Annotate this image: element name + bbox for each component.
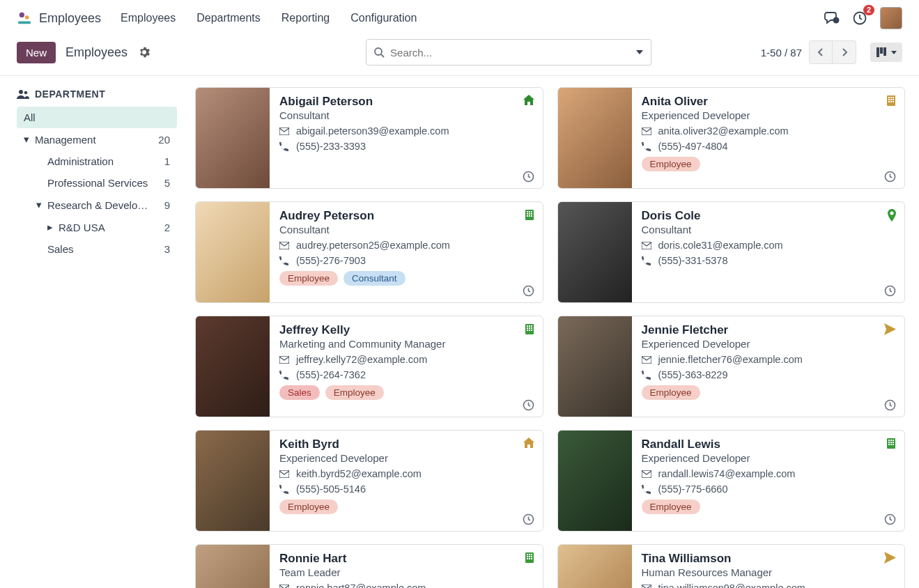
svg-rect-76 xyxy=(529,558,530,559)
clock-icon[interactable] xyxy=(884,399,896,411)
card-grid: Abigail PetersonConsultantabigail.peters… xyxy=(181,76,919,588)
clock-icon[interactable] xyxy=(523,513,534,525)
employee-name: Jennie Fletcher xyxy=(642,323,895,337)
sidebar-item-count: 3 xyxy=(164,243,170,255)
mail-icon xyxy=(279,470,289,478)
sidebar-item[interactable]: Sales3 xyxy=(17,238,177,260)
search-input[interactable] xyxy=(390,47,623,59)
phone-icon xyxy=(279,256,289,265)
brand[interactable]: Employees xyxy=(17,10,101,26)
brand-icon xyxy=(17,10,32,26)
search-dropdown[interactable] xyxy=(628,39,651,65)
messages-icon[interactable] xyxy=(824,11,840,25)
employee-card[interactable]: Randall LewisExperienced Developerrandal… xyxy=(557,430,906,532)
employee-card[interactable]: Jeffrey KellyMarketing and Community Man… xyxy=(195,316,543,417)
sidebar-item[interactable]: ▸R&D USA2 xyxy=(17,216,177,238)
employee-photo xyxy=(196,431,270,531)
employee-card[interactable]: Anita OliverExperienced Developeranita.o… xyxy=(557,87,906,189)
sidebar-item-label: Sales xyxy=(47,243,74,255)
employee-phone: (555)-276-7903 xyxy=(296,255,366,266)
svg-rect-21 xyxy=(888,101,890,102)
nav-link-reporting[interactable]: Reporting xyxy=(281,12,330,24)
employee-title: Experienced Developer xyxy=(642,452,895,464)
sidebar-item[interactable]: Professional Services5 xyxy=(17,172,177,194)
employee-photo xyxy=(196,316,270,417)
top-nav: Employees Employees Departments Reportin… xyxy=(0,0,919,35)
clock-icon[interactable] xyxy=(884,285,896,297)
employee-tags: EmployeeConsultant xyxy=(279,271,533,286)
activities-icon[interactable]: 2 xyxy=(852,10,867,26)
mail-icon xyxy=(642,356,651,364)
employee-photo xyxy=(558,202,632,302)
employee-card[interactable]: Doris ColeConsultantdoris.cole31@example… xyxy=(557,201,906,303)
sidebar-item[interactable]: Administration1 xyxy=(17,150,177,172)
employee-email: jeffrey.kelly72@example.com xyxy=(296,354,427,365)
user-avatar[interactable] xyxy=(880,7,902,29)
employee-card[interactable]: Jennie FletcherExperienced Developerjenn… xyxy=(557,316,906,417)
status-icon xyxy=(525,323,534,334)
status-icon xyxy=(523,438,534,448)
employee-card[interactable]: Keith ByrdExperienced Developerkeith.byr… xyxy=(195,430,543,532)
svg-rect-28 xyxy=(529,211,530,212)
svg-rect-61 xyxy=(890,442,892,443)
employee-name: Randall Lewis xyxy=(642,438,895,451)
clock-icon[interactable] xyxy=(523,399,534,411)
svg-rect-45 xyxy=(529,327,530,329)
employee-phone: (555)-497-4804 xyxy=(658,141,728,152)
status-icon xyxy=(884,552,896,564)
employee-name: Ronnie Hart xyxy=(279,552,533,566)
clock-icon[interactable] xyxy=(523,285,534,297)
employee-card[interactable]: Tina WilliamsonHuman Resources Managerti… xyxy=(557,544,906,588)
nav-link-departments[interactable]: Departments xyxy=(196,12,261,24)
searchbox[interactable] xyxy=(366,39,631,65)
status-icon xyxy=(525,552,534,563)
sidebar-item[interactable]: All xyxy=(17,107,177,128)
employee-card[interactable]: Abigail PetersonConsultantabigail.peters… xyxy=(195,87,543,189)
employee-card[interactable]: Audrey PetersonConsultantaudrey.peterson… xyxy=(195,201,543,303)
employee-photo xyxy=(196,545,270,588)
svg-rect-42 xyxy=(529,325,530,327)
sidebar-item[interactable]: ▾Management20 xyxy=(17,128,177,150)
svg-rect-63 xyxy=(888,444,890,445)
employee-name: Doris Cole xyxy=(642,209,895,223)
employee-card[interactable]: Ronnie HartTeam Leaderronnie.hart87@exam… xyxy=(195,544,543,588)
employee-email: abigail.peterson39@example.com xyxy=(296,125,449,137)
svg-rect-29 xyxy=(531,211,532,212)
gear-icon[interactable] xyxy=(139,47,150,58)
sidebar-item-count: 9 xyxy=(164,199,170,211)
svg-rect-58 xyxy=(890,440,892,441)
sidebar-item-count: 1 xyxy=(164,155,170,167)
clock-icon[interactable] xyxy=(884,513,896,525)
sidebar-item[interactable]: ▾Research & Develop...9 xyxy=(17,194,177,216)
mail-icon xyxy=(642,585,651,589)
clock-icon[interactable] xyxy=(523,171,534,183)
svg-point-10 xyxy=(24,91,28,95)
new-button[interactable]: New xyxy=(17,42,56,63)
employee-title: Marketing and Community Manager xyxy=(279,338,533,350)
employee-tag: Employee xyxy=(642,500,700,514)
phone-icon xyxy=(642,256,651,265)
nav-link-configuration[interactable]: Configuration xyxy=(350,12,417,24)
employee-email: keith.byrd52@example.com xyxy=(296,468,422,479)
svg-rect-77 xyxy=(531,558,532,559)
clock-icon[interactable] xyxy=(884,171,896,183)
nav-link-employees[interactable]: Employees xyxy=(121,12,176,24)
svg-rect-35 xyxy=(531,215,532,217)
control-bar: New Employees 1-50 / 87 xyxy=(0,35,919,76)
pager-prev[interactable] xyxy=(809,40,833,64)
employee-title: Team Leader xyxy=(279,566,533,578)
svg-point-5 xyxy=(375,48,382,55)
svg-rect-72 xyxy=(527,556,528,557)
employee-name: Jeffrey Kelly xyxy=(279,323,533,337)
phone-icon xyxy=(642,371,651,380)
pager-next[interactable] xyxy=(833,40,856,64)
svg-rect-74 xyxy=(531,556,532,557)
svg-point-9 xyxy=(19,90,23,94)
view-switcher[interactable] xyxy=(870,42,902,62)
employee-name: Keith Byrd xyxy=(279,438,533,451)
employee-name: Anita Oliver xyxy=(642,95,895,109)
main: DEPARTMENT All▾Management20Administratio… xyxy=(0,76,919,588)
breadcrumb: Employees xyxy=(65,45,128,60)
sidebar-header: DEPARTMENT xyxy=(17,88,177,100)
svg-rect-23 xyxy=(893,101,894,102)
